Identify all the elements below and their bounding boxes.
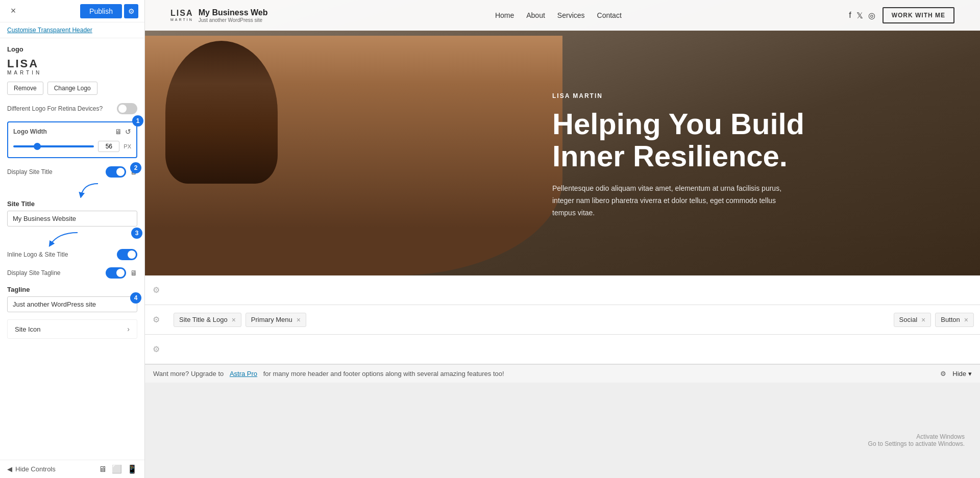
nav-home[interactable]: Home <box>495 11 514 19</box>
display-tagline-label: Display Site Tagline <box>7 269 61 276</box>
reset-icon[interactable]: ↺ <box>125 128 131 136</box>
astra-pro-link[interactable]: Astra Pro <box>230 370 257 378</box>
inline-logo-thumb <box>128 250 136 259</box>
remove-logo-button[interactable]: Remove <box>7 82 43 95</box>
social-tag-close[interactable]: × <box>921 316 925 324</box>
twitter-icon[interactable]: 𝕏 <box>856 11 863 20</box>
nav-contact[interactable]: Contact <box>597 11 622 19</box>
tablet-device-icon[interactable]: ⬜ <box>112 464 122 474</box>
logo-section-label: Logo <box>7 45 137 53</box>
builder-row-3-handle[interactable]: ⚙ <box>145 344 167 354</box>
site-title-logo-tag-label: Site Title & Logo <box>179 316 228 323</box>
site-title-logo-tag[interactable]: Site Title & Logo × <box>174 313 241 327</box>
site-icon-label: Site Icon <box>15 325 41 333</box>
activate-windows-watermark: Activate Windows Go to Settings to activ… <box>868 433 965 447</box>
activate-windows-line2: Go to Settings to activate Windows. <box>868 440 965 447</box>
main-row: × Publish ⚙ Customise Transparent Header… <box>0 0 980 478</box>
site-title-input[interactable]: My Business Website <box>7 211 137 227</box>
builder-row-1-content <box>167 286 980 294</box>
inline-logo-row: Inline Logo & Site Title <box>7 249 137 260</box>
hero-section: LISA MARTIN My Business Web Just another… <box>145 0 980 275</box>
button-tag[interactable]: Button × <box>935 313 974 327</box>
logo-width-label: Logo Width <box>13 128 47 135</box>
hide-button[interactable]: Hide ▾ <box>952 370 972 378</box>
display-site-title-row: Display Site Title 🖥 2 <box>7 166 137 178</box>
tagline-input[interactable]: Just another WordPress site <box>7 296 137 312</box>
inline-logo-toggle[interactable] <box>117 249 137 260</box>
nav-site-text: My Business Web Just another WordPress s… <box>199 8 268 23</box>
publish-area: Publish ⚙ <box>80 4 138 18</box>
want-more-text: Want more? Upgrade to <box>153 370 224 378</box>
logo-display: LISA MARTIN <box>7 58 137 76</box>
retina-label: Different Logo For Retina Devices? <box>7 105 103 112</box>
site-icon-row[interactable]: Site Icon › <box>7 319 137 339</box>
retina-toggle-thumb <box>118 105 127 113</box>
builder-row-2-handle[interactable]: ⚙ <box>145 315 167 324</box>
logo-width-slider[interactable] <box>13 145 94 147</box>
preview-area: LISA MARTIN My Business Web Just another… <box>145 0 980 478</box>
device-icons: 🖥 ⬜ 📱 <box>99 464 137 474</box>
change-logo-button[interactable]: Change Logo <box>47 82 97 95</box>
badge-1: 1 <box>132 115 143 127</box>
display-tagline-row: Display Site Tagline 🖥 <box>7 267 137 279</box>
left-panel: × Publish ⚙ Customise Transparent Header… <box>0 0 145 478</box>
arrow-annotation-3: 3 <box>48 232 137 247</box>
tagline-desktop-icon[interactable]: 🖥 <box>130 269 137 277</box>
facebook-icon[interactable]: f <box>849 11 851 20</box>
display-site-title-thumb <box>116 168 125 176</box>
suffix-text: for many more header and footer options … <box>263 370 504 378</box>
app-container: × Publish ⚙ Customise Transparent Header… <box>0 0 980 478</box>
hero-heading-line2: Inner Resilience. <box>552 140 949 172</box>
nav-logo-martin: MARTIN <box>170 18 193 21</box>
display-tagline-toggle[interactable] <box>106 267 126 279</box>
site-title-logo-tag-close[interactable]: × <box>232 316 236 324</box>
panel-content: Logo LISA MARTIN Remove Change Logo Diff… <box>0 38 144 460</box>
display-site-title-label: Display Site Title <box>7 168 53 175</box>
retina-toggle[interactable] <box>117 103 137 114</box>
tagline-label: Tagline <box>7 286 137 293</box>
display-site-title-toggle[interactable] <box>106 166 126 178</box>
button-tag-label: Button <box>941 316 960 323</box>
lisa-martin-logo: LISA MARTIN <box>7 58 137 76</box>
close-button[interactable]: × <box>6 4 20 18</box>
builder-row-2-content: Site Title & Logo × Primary Menu × <box>167 309 888 331</box>
builder-row-1-handle[interactable]: ⚙ <box>145 285 167 295</box>
hide-chevron: ▾ <box>968 370 972 378</box>
nav-logo: LISA MARTIN <box>170 9 193 21</box>
desktop-device-icon[interactable]: 🖥 <box>99 465 107 474</box>
primary-menu-tag[interactable]: Primary Menu × <box>246 313 306 327</box>
hide-controls-icon: ◀ <box>7 465 12 473</box>
arrow-svg-2 <box>79 183 99 198</box>
slider-row: 56 PX <box>13 141 131 152</box>
hide-label: Hide <box>952 370 966 378</box>
button-tag-close[interactable]: × <box>964 316 968 324</box>
hero-right: LISA MARTIN Helping You Build Inner Resi… <box>542 36 980 275</box>
bottom-gear-icon[interactable]: ⚙ <box>940 370 946 378</box>
logo-lisa-text: LISA <box>7 58 39 69</box>
nav-logo-lisa: LISA <box>170 9 193 17</box>
website-preview: LISA MARTIN My Business Web Just another… <box>145 0 980 478</box>
hide-controls-button[interactable]: ◀ Hide Controls <box>7 465 56 473</box>
mobile-device-icon[interactable]: 📱 <box>127 464 137 474</box>
social-tag[interactable]: Social × <box>894 313 932 327</box>
breadcrumb[interactable]: Customise Transparent Header <box>0 22 144 38</box>
instagram-icon[interactable]: ◎ <box>868 11 875 20</box>
publish-button[interactable]: Publish <box>80 4 122 18</box>
primary-menu-tag-close[interactable]: × <box>297 316 301 324</box>
badge-2-container: 2 <box>130 162 141 173</box>
badge-3: 3 <box>131 228 142 239</box>
logo-width-input[interactable]: 56 <box>98 141 119 152</box>
nav-services[interactable]: Services <box>557 11 585 19</box>
builder-row-2: ⚙ Site Title & Logo × Primary Menu × <box>145 305 980 335</box>
publish-gear-button[interactable]: ⚙ <box>124 4 138 18</box>
social-icons: f 𝕏 ◎ <box>849 11 875 20</box>
desktop-icon[interactable]: 🖥 <box>115 128 122 136</box>
close-icon: × <box>11 6 16 16</box>
inline-logo-label: Inline Logo & Site Title <box>7 251 68 258</box>
retina-setting-row: Different Logo For Retina Devices? <box>7 103 137 114</box>
hero-description: Pellentesque odio aliquam vitae amet, el… <box>552 183 797 219</box>
logo-buttons: Remove Change Logo <box>7 82 137 95</box>
nav-about[interactable]: About <box>526 11 545 19</box>
hero-left <box>145 36 542 275</box>
work-with-me-button[interactable]: WORK WITH ME <box>883 7 954 23</box>
